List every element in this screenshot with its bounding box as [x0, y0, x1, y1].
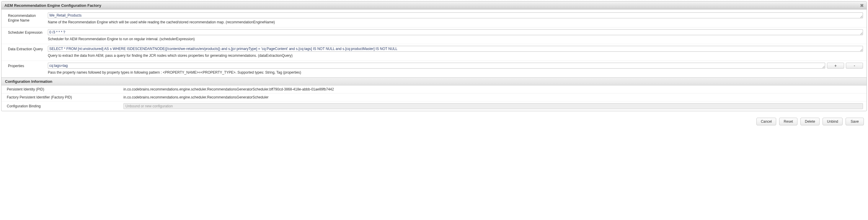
row-query: Data Extraction Query Query to extract t…: [1, 44, 867, 61]
label-query: Data Extraction Query: [8, 46, 48, 51]
input-engine-name[interactable]: [48, 12, 863, 18]
value-binding: [123, 103, 863, 109]
input-properties-0[interactable]: [48, 63, 825, 68]
input-query[interactable]: [48, 46, 863, 52]
value-factory-pid: in.co.codebrains.recommendations.engine.…: [123, 95, 863, 99]
help-query: Query to extract the data from AEM, pass…: [48, 54, 863, 58]
label-binding: Configuration Binding: [7, 104, 123, 108]
button-bar: Cancel Reset Delete Unbind Save: [0, 112, 868, 128]
row-pid: Persistent Identity (PID) in.co.codebrai…: [1, 85, 867, 93]
label-factory-pid: Factory Persistent Identifier (Factory P…: [7, 95, 123, 99]
value-pid: in.co.codebrains.recommendations.engine.…: [123, 87, 863, 91]
dialog-title: AEM Recommendation Engine Configuration …: [4, 3, 101, 8]
save-button[interactable]: Save: [845, 118, 864, 126]
help-engine-name: Name of the Recommendation Engine which …: [48, 20, 863, 25]
row-properties: Properties + - Pass the property names f…: [1, 61, 867, 78]
row-engine-name: Recommendation Engine Name Name of the R…: [1, 11, 867, 28]
unbind-button[interactable]: Unbind: [823, 118, 843, 126]
properties-add-button[interactable]: +: [827, 63, 844, 68]
label-engine-name: Recommendation Engine Name: [8, 12, 48, 23]
row-factory-pid: Factory Persistent Identifier (Factory P…: [1, 93, 867, 102]
properties-remove-button[interactable]: -: [846, 63, 863, 68]
help-scheduler: Scheduler for AEM Recommendation Engine …: [48, 37, 863, 42]
dialog-body: Recommendation Engine Name Name of the R…: [1, 9, 867, 111]
label-pid: Persistent Identity (PID): [7, 87, 123, 91]
label-properties: Properties: [8, 63, 48, 68]
reset-button[interactable]: Reset: [779, 118, 798, 126]
input-scheduler[interactable]: [48, 29, 863, 35]
close-icon[interactable]: ✖: [860, 3, 864, 8]
config-dialog: AEM Recommendation Engine Configuration …: [1, 1, 867, 111]
row-scheduler: Scheduler Expression Scheduler for AEM R…: [1, 28, 867, 44]
dialog-header: AEM Recommendation Engine Configuration …: [1, 1, 867, 9]
help-properties: Pass the property names followed by prop…: [48, 71, 863, 75]
row-binding: Configuration Binding: [1, 102, 867, 111]
config-info-header: Configuration Information: [1, 78, 867, 85]
label-scheduler: Scheduler Expression: [8, 29, 48, 35]
cancel-button[interactable]: Cancel: [756, 118, 776, 126]
delete-button[interactable]: Delete: [800, 118, 819, 126]
